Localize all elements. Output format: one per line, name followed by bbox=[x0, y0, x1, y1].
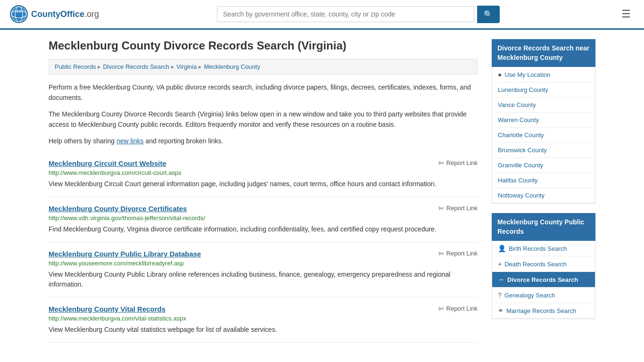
public-record-link-3[interactable]: Genealogy Search bbox=[504, 292, 555, 299]
nearby-county-link-6[interactable]: Halifax County bbox=[498, 177, 538, 184]
public-record-icon-1: + bbox=[498, 260, 502, 268]
report-link-label-0: Report Link bbox=[446, 159, 478, 166]
nearby-county-link-0[interactable]: Lunenburg County bbox=[498, 86, 548, 93]
nearby-counties-list: Lunenburg CountyVance CountyWarren Count… bbox=[492, 82, 595, 203]
description-3: Help others by sharing new links and rep… bbox=[49, 136, 478, 146]
nearby-county-7[interactable]: Nottoway County bbox=[492, 188, 595, 203]
description-3-suffix: and reporting broken links. bbox=[144, 137, 223, 145]
public-record-icon-0: 👤 bbox=[498, 245, 506, 252]
hamburger-icon: ☰ bbox=[621, 8, 631, 20]
page-title: Mecklenburg County Divorce Records Searc… bbox=[49, 39, 478, 52]
link-card-header-2: Mecklenburg County Public Library Databa… bbox=[49, 250, 478, 258]
search-input[interactable] bbox=[217, 6, 474, 22]
link-card-url-0[interactable]: http://www.mecklenburgva.com/circuit-cou… bbox=[49, 169, 478, 176]
public-records-items: 👤 Birth Records Search + Death Records S… bbox=[492, 241, 595, 319]
logo-text: CountyOffice.org bbox=[31, 9, 99, 19]
scissors-icon-2: ✄ bbox=[438, 250, 444, 257]
link-card-url-2[interactable]: http://www.youseemore.com/mecklib/readyr… bbox=[49, 260, 478, 267]
public-record-link-0[interactable]: Birth Records Search bbox=[509, 245, 567, 252]
link-card-desc-0: View Mecklenburg Circuit Court general i… bbox=[49, 179, 478, 189]
public-record-item-4[interactable]: ⚭ Marriage Records Search bbox=[492, 303, 595, 319]
breadcrumb-sep-3: ▸ bbox=[198, 63, 202, 70]
breadcrumb-sep-2: ▸ bbox=[171, 63, 174, 70]
nearby-county-link-5[interactable]: Granville County bbox=[498, 162, 543, 169]
link-card-desc-1: Find Mecklenburg County, Virginia divorc… bbox=[49, 224, 478, 234]
report-link-button-0[interactable]: ✄ Report Link bbox=[438, 159, 478, 167]
nearby-section: Divorce Records Search near Mecklenburg … bbox=[492, 39, 595, 204]
link-card-title-0[interactable]: Mecklenburg Circuit Court Website bbox=[49, 159, 166, 167]
report-link-button-1[interactable]: ✄ Report Link bbox=[438, 205, 478, 212]
link-card-desc-3: View Mecklenburg County vital statistics… bbox=[49, 325, 478, 335]
nearby-county-1[interactable]: Vance County bbox=[492, 98, 595, 113]
new-links-link[interactable]: new links bbox=[116, 137, 144, 145]
public-record-icon-3: ? bbox=[498, 291, 502, 299]
link-card-url-1[interactable]: http://www.vdh.virginia.gov/thomas-jeffe… bbox=[49, 214, 478, 222]
nearby-list: ● Use My Location Lunenburg CountyVance … bbox=[492, 67, 595, 204]
nearby-county-link-4[interactable]: Brunswick County bbox=[498, 147, 547, 154]
nearby-county-3[interactable]: Charlotte County bbox=[492, 128, 595, 143]
nearby-county-2[interactable]: Warren County bbox=[492, 113, 595, 128]
link-card-url-3[interactable]: http://www.mecklenburgva.com/vital-stati… bbox=[49, 315, 478, 322]
breadcrumb-divorce-search[interactable]: Divorce Records Search bbox=[103, 63, 169, 70]
link-card: Mecklenburg Circuit Court Website ✄ Repo… bbox=[49, 152, 478, 197]
public-record-link-1[interactable]: Death Records Search bbox=[504, 261, 567, 268]
nearby-county-link-2[interactable]: Warren County bbox=[498, 116, 539, 123]
scissors-icon-3: ✄ bbox=[438, 305, 444, 313]
menu-button[interactable]: ☰ bbox=[618, 6, 635, 22]
breadcrumb-virginia[interactable]: Virginia bbox=[176, 63, 197, 70]
link-card-title-1[interactable]: Mecklenburg County Divorce Certificates bbox=[49, 205, 187, 213]
logo-area: CountyOffice.org bbox=[9, 5, 99, 24]
report-link-label-2: Report Link bbox=[446, 250, 478, 257]
report-link-button-2[interactable]: ✄ Report Link bbox=[438, 250, 478, 257]
content-area: Mecklenburg County Divorce Records Searc… bbox=[49, 39, 478, 343]
link-card-title-2[interactable]: Mecklenburg County Public Library Databa… bbox=[49, 250, 201, 258]
search-area: 🔍 bbox=[217, 6, 500, 23]
use-my-location[interactable]: ● Use My Location bbox=[492, 67, 595, 82]
link-card: Mecklenburg County Divorce Certificates … bbox=[49, 197, 478, 242]
report-link-label-3: Report Link bbox=[446, 305, 478, 312]
public-record-item-2[interactable]: ↔ Divorce Records Search bbox=[492, 272, 595, 288]
report-link-label-1: Report Link bbox=[446, 205, 478, 212]
nearby-county-0[interactable]: Lunenburg County bbox=[492, 82, 595, 98]
nearby-county-5[interactable]: Granville County bbox=[492, 158, 595, 173]
breadcrumb-sep-1: ▸ bbox=[98, 63, 101, 70]
nearby-header: Divorce Records Search near Mecklenburg … bbox=[492, 39, 595, 67]
use-my-location-link[interactable]: Use My Location bbox=[504, 71, 550, 78]
link-card: Mecklenburg County Vital Records ✄ Repor… bbox=[49, 297, 478, 343]
link-card: Mecklenburg County Public Library Databa… bbox=[49, 242, 478, 297]
nearby-county-link-1[interactable]: Vance County bbox=[498, 101, 536, 108]
link-cards-container: Mecklenburg Circuit Court Website ✄ Repo… bbox=[49, 152, 478, 343]
link-card-header-3: Mecklenburg County Vital Records ✄ Repor… bbox=[49, 305, 478, 313]
nearby-county-6[interactable]: Halifax County bbox=[492, 173, 595, 188]
breadcrumb-mecklenburg[interactable]: Mecklenburg County bbox=[204, 63, 260, 70]
public-record-icon-2: ↔ bbox=[498, 276, 504, 283]
location-icon: ● bbox=[498, 71, 502, 78]
header: CountyOffice.org 🔍 ☰ bbox=[0, 0, 644, 30]
logo-icon bbox=[9, 5, 28, 24]
scissors-icon-0: ✄ bbox=[438, 159, 444, 167]
public-records-section: Mecklenburg County Public Records 👤 Birt… bbox=[492, 213, 595, 319]
report-link-button-3[interactable]: ✄ Report Link bbox=[438, 305, 478, 313]
search-button[interactable]: 🔍 bbox=[477, 6, 500, 23]
scissors-icon-1: ✄ bbox=[438, 205, 444, 212]
nearby-county-link-7[interactable]: Nottoway County bbox=[498, 192, 545, 199]
description-1: Perform a free Mecklenburg County, VA pu… bbox=[49, 82, 478, 103]
public-record-link-4[interactable]: Marriage Records Search bbox=[506, 307, 576, 314]
public-record-item-0[interactable]: 👤 Birth Records Search bbox=[492, 241, 595, 256]
public-record-label-2: Divorce Records Search bbox=[507, 276, 578, 283]
breadcrumb: Public Records ▸ Divorce Records Search … bbox=[49, 59, 478, 74]
breadcrumb-public-records[interactable]: Public Records bbox=[55, 63, 96, 70]
link-card-title-3[interactable]: Mecklenburg County Vital Records bbox=[49, 305, 165, 313]
public-record-item-3[interactable]: ? Genealogy Search bbox=[492, 288, 595, 303]
nearby-county-4[interactable]: Brunswick County bbox=[492, 143, 595, 158]
description-3-prefix: Help others by sharing bbox=[49, 137, 116, 145]
main-container: Mecklenburg County Divorce Records Searc… bbox=[39, 30, 605, 352]
public-records-header: Mecklenburg County Public Records bbox=[492, 213, 595, 241]
public-records-list: 👤 Birth Records Search + Death Records S… bbox=[492, 241, 595, 319]
link-card-desc-2: View Mecklenburg County Public Library o… bbox=[49, 270, 478, 289]
link-card-header-1: Mecklenburg County Divorce Certificates … bbox=[49, 205, 478, 213]
search-icon: 🔍 bbox=[484, 10, 493, 18]
public-record-item-1[interactable]: + Death Records Search bbox=[492, 256, 595, 272]
nearby-county-link-3[interactable]: Charlotte County bbox=[498, 132, 544, 139]
public-record-icon-4: ⚭ bbox=[498, 307, 504, 314]
